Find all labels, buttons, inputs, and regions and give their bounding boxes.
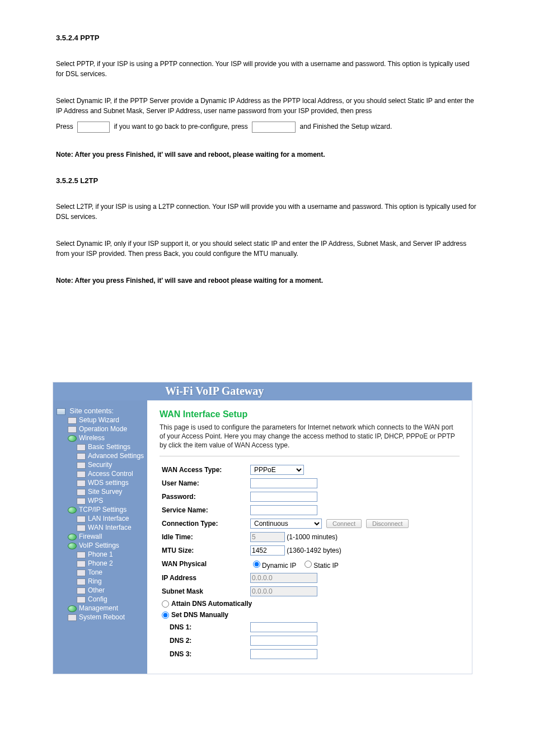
doc-p4: Select L2TP, if your ISP is using a L2TP… <box>56 202 478 222</box>
sidebar-item-config[interactable]: Config <box>57 595 145 604</box>
sidebar-item-voip-settings[interactable]: VoIP Settings <box>57 541 145 550</box>
wan-access-type-select[interactable]: PPPoE <box>250 465 304 475</box>
set-dns-radio[interactable] <box>162 612 169 619</box>
static-ip-radio-label[interactable]: Static IP <box>302 562 339 570</box>
doc-p2-text: Select Dynamic IP, if the PPTP Server pr… <box>56 97 474 115</box>
sidebar-item-tone[interactable]: Tone <box>57 568 145 577</box>
attain-dns-radio-label[interactable]: Attain DNS Automatically <box>162 600 252 608</box>
sidebar-item-basic-settings[interactable]: Basic Settings <box>57 442 145 451</box>
mtu-size-input[interactable] <box>250 545 285 556</box>
doc-section-num-2: 3.5.2.5 L2TP <box>56 176 478 185</box>
sidebar-item-label: Setup Wizard <box>79 416 119 424</box>
sidebar-item-access-control[interactable]: Access Control <box>57 469 145 478</box>
sidebar-item-label: Access Control <box>88 470 133 478</box>
globe-icon <box>68 507 77 514</box>
sidebar-item-label: Ring <box>88 577 102 585</box>
page-icon <box>77 578 86 585</box>
dns1-input[interactable] <box>250 622 317 632</box>
sidebar-item-label: Config <box>88 595 107 603</box>
sidebar-item-operation-mode[interactable]: Operation Mode <box>57 424 145 433</box>
page-icon <box>77 525 86 531</box>
sidebar-item-system-reboot[interactable]: System Reboot <box>57 613 145 622</box>
globe-icon <box>68 534 77 540</box>
page-icon <box>77 587 86 594</box>
sidebar-item-label: Firewall <box>79 533 102 540</box>
globe-icon <box>68 543 77 549</box>
sidebar-item-label: LAN Interface <box>88 515 129 522</box>
sidebar-item-wan-interface[interactable]: WAN Interface <box>57 523 145 532</box>
static-ip-radio[interactable] <box>305 561 312 568</box>
pc-icon <box>57 408 65 415</box>
sidebar-item-label: Other <box>88 586 105 594</box>
connect-button[interactable]: Connect <box>326 519 362 528</box>
sidebar-item-phone2[interactable]: Phone 2 <box>57 559 145 568</box>
lbl-password: Password: <box>160 490 248 503</box>
dynamic-ip-radio-label[interactable]: Dynamic IP <box>250 562 296 570</box>
page-icon <box>68 417 77 424</box>
sidebar-item-label: Operation Mode <box>79 425 127 433</box>
globe-icon <box>68 605 77 612</box>
page-icon <box>77 552 86 558</box>
sidebar-item-advanced-settings[interactable]: Advanced Settings <box>57 451 145 460</box>
doc-p1: Select PPTP, if your ISP is using a PPTP… <box>56 59 478 79</box>
sidebar-item-label: WDS settings <box>88 479 129 487</box>
dynamic-ip-radio[interactable] <box>253 561 260 568</box>
page-icon <box>68 426 77 433</box>
lbl-dns3: DNS 3: <box>160 647 248 661</box>
service-name-input[interactable] <box>250 505 317 515</box>
lbl-user-name: User Name: <box>160 477 248 490</box>
sidebar-item-label: TCP/IP Settings <box>79 506 127 514</box>
ip-address-input[interactable] <box>250 573 317 583</box>
sidebar-item-wireless[interactable]: Wireless <box>57 433 145 442</box>
sidebar-item-wps[interactable]: WPS <box>57 496 145 505</box>
sidebar-item-wds-settings[interactable]: WDS settings <box>57 478 145 487</box>
lbl-subnet-mask: Subnet Mask <box>160 585 248 598</box>
user-name-input[interactable] <box>250 478 317 488</box>
lbl-ip-address: IP Address <box>160 571 248 585</box>
divider <box>160 456 460 456</box>
sidebar-item-lan-interface[interactable]: LAN Interface <box>57 514 145 523</box>
finished-button-placeholder <box>252 122 296 133</box>
sidebar-item-label: Advanced Settings <box>88 452 144 460</box>
subnet-mask-input[interactable] <box>250 586 317 596</box>
dns2-input[interactable] <box>250 636 317 646</box>
sidebar-title: Site contents: <box>69 407 114 415</box>
sidebar-item-site-survey[interactable]: Site Survey <box>57 487 145 496</box>
connection-type-select[interactable]: Continuous <box>250 519 322 529</box>
sidebar-item-other[interactable]: Other <box>57 586 145 595</box>
disconnect-button[interactable]: Disconnect <box>366 519 409 528</box>
doc-p6: Note: After you press Finished, it' will… <box>56 276 478 286</box>
sidebar-item-label: Phone 1 <box>88 550 113 558</box>
doc-p5: Select Dynamic IP, only if your ISP supp… <box>56 239 478 259</box>
attain-dns-radio[interactable] <box>162 600 169 608</box>
sidebar: Site contents: Setup Wizard Operation Mo… <box>53 400 147 674</box>
sidebar-item-label: Wireless <box>79 434 105 442</box>
idle-time-input[interactable] <box>250 532 285 542</box>
sidebar-item-security[interactable]: Security <box>57 460 145 469</box>
dns3-input[interactable] <box>250 649 317 659</box>
sidebar-item-label: System Reboot <box>79 613 125 621</box>
sidebar-item-label: WAN Interface <box>88 524 132 531</box>
lbl-dns1: DNS 1: <box>160 620 248 634</box>
sidebar-item-firewall[interactable]: Firewall <box>57 532 145 541</box>
lbl-wan-physical: WAN Physical <box>160 557 248 571</box>
sidebar-item-management[interactable]: Management <box>57 604 145 613</box>
set-dns-radio-label[interactable]: Set DNS Manually <box>162 611 228 619</box>
page-icon <box>77 489 86 496</box>
sidebar-item-label: VoIP Settings <box>79 542 119 549</box>
content-panel: WAN Interface Setup This page is used to… <box>147 400 472 674</box>
page-icon <box>77 444 86 451</box>
lbl-wan-access-type: WAN Access Type: <box>160 463 248 477</box>
sidebar-item-ring[interactable]: Ring <box>57 577 145 586</box>
sidebar-item-phone1[interactable]: Phone 1 <box>57 550 145 559</box>
sidebar-item-label: Tone <box>88 568 102 576</box>
sidebar-item-label: Phone 2 <box>88 559 113 567</box>
sidebar-item-setup-wizard[interactable]: Setup Wizard <box>57 416 145 424</box>
globe-icon <box>68 435 77 442</box>
page-icon <box>77 453 86 460</box>
banner-title: Wi-Fi VoIP Gateway <box>53 382 472 400</box>
page-title: WAN Interface Setup <box>160 409 460 419</box>
sidebar-item-tcpip-settings[interactable]: TCP/IP Settings <box>57 505 145 514</box>
page-icon <box>77 498 86 505</box>
password-input[interactable] <box>250 492 317 502</box>
